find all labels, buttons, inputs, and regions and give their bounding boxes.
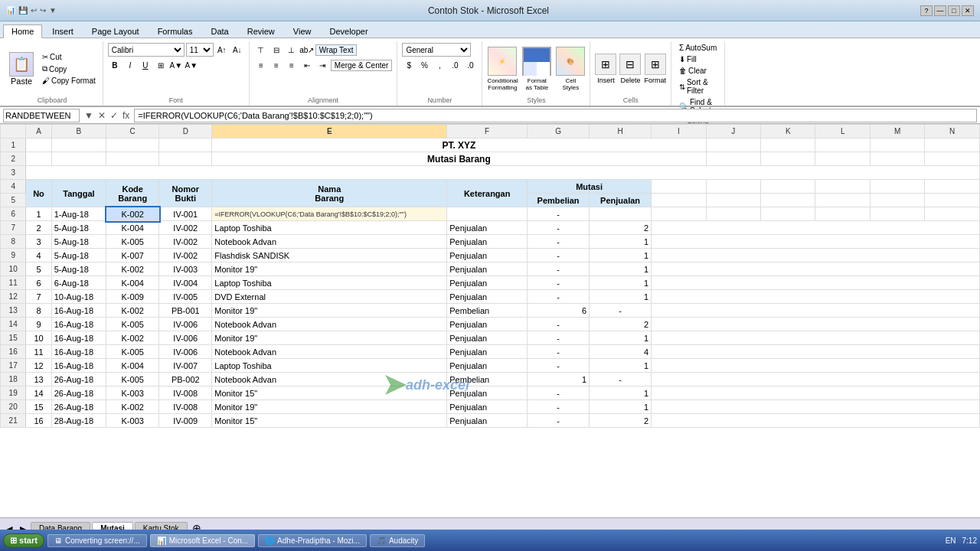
col-header-A[interactable]: A [26,125,51,139]
tab-home[interactable]: Home [3,24,42,38]
cell-D1[interactable] [159,139,212,152]
cell-F17[interactable]: Penjualan [447,359,528,373]
align-center-button[interactable]: ≡ [270,58,283,72]
cell-D18[interactable]: PB-002 [159,373,212,386]
cell-A18[interactable]: 13 [26,373,51,386]
cell-F11[interactable]: Penjualan [447,276,528,290]
cell-A21[interactable]: 16 [26,414,51,428]
cell-C8[interactable]: K-005 [106,235,159,249]
cell-H9[interactable]: 1 [590,249,652,262]
cell-H19[interactable]: 1 [590,386,652,400]
start-button[interactable]: ⊞ start [3,533,44,548]
cell-I14[interactable] [652,318,980,331]
cell-D4[interactable]: NomorBukti [159,180,212,207]
cell-A20[interactable]: 15 [26,400,51,414]
cell-L2[interactable] [815,152,870,166]
clear-button[interactable]: 🗑 Clear [676,66,720,76]
align-left-button[interactable]: ≡ [254,58,268,72]
cell-E2[interactable]: Mutasi Barang [212,152,706,166]
cell-A9[interactable]: 4 [26,249,51,262]
cell-L1[interactable] [815,139,870,152]
autosum-button[interactable]: Σ AutoSum [676,43,720,53]
increase-font-button[interactable]: A↑ [215,43,229,57]
col-header-F[interactable]: F [447,125,528,139]
cell-K5[interactable] [761,194,815,207]
cell-C11[interactable]: K-004 [106,276,159,290]
tab-developer[interactable]: Developer [321,24,376,37]
indent-more-button[interactable]: ⇥ [315,58,329,72]
cell-D10[interactable]: IV-003 [159,262,212,276]
help-icon[interactable]: ? [920,5,933,16]
cell-G18[interactable]: 1 [528,373,590,386]
cell-F19[interactable]: Penjualan [447,386,528,400]
cell-L4[interactable] [815,180,870,194]
row-num-4[interactable]: 4 [1,180,26,194]
cell-B13[interactable]: 16-Aug-18 [51,304,106,318]
decrease-decimal-button[interactable]: .0 [463,58,477,72]
cell-F10[interactable]: Penjualan [447,262,528,276]
cell-H21[interactable]: 2 [590,414,652,428]
cell-I20[interactable] [652,400,980,414]
cell-E12[interactable]: DVD External [212,290,447,304]
cell-B7[interactable]: 5-Aug-18 [51,221,106,235]
cell-K6[interactable] [761,207,815,221]
cell-G13[interactable]: 6 [528,304,590,318]
cell-E7[interactable]: Laptop Toshiba [212,221,447,235]
cell-B16[interactable]: 16-Aug-18 [51,345,106,359]
cell-I7[interactable] [652,221,980,235]
cut-button[interactable]: ✂ Cut [40,52,98,62]
cell-C13[interactable]: K-002 [106,304,159,318]
cell-E14[interactable]: Notebook Advan [212,318,447,331]
cell-F12[interactable]: Penjualan [447,290,528,304]
row-num-18[interactable]: 18 [1,373,26,386]
cell-G11[interactable]: - [528,276,590,290]
cell-H16[interactable]: 4 [590,345,652,359]
cell-G4[interactable]: Mutasi [528,180,652,194]
number-format-select[interactable]: General [402,43,471,57]
row-num-6[interactable]: 6 [1,207,26,221]
increase-decimal-button[interactable]: .0 [448,58,462,72]
align-right-button[interactable]: ≡ [285,58,299,72]
cell-G6[interactable]: - [528,207,590,221]
redo-icon[interactable]: ↪ [40,6,46,15]
cell-D11[interactable]: IV-004 [159,276,212,290]
cell-H12[interactable]: 1 [590,290,652,304]
row-num-10[interactable]: 10 [1,262,26,276]
cell-G9[interactable]: - [528,249,590,262]
minimize-btn[interactable]: — [934,5,946,16]
cell-A4[interactable]: No [26,180,51,207]
font-color-button[interactable]: A▼ [185,58,198,72]
align-top-button[interactable]: ⊤ [254,43,268,57]
col-header-M[interactable]: M [870,125,924,139]
cell-A14[interactable]: 9 [26,318,51,331]
cell-E11[interactable]: Laptop Toshiba [212,276,447,290]
comma-button[interactable]: , [433,58,446,72]
format-cells-button[interactable]: ⊞ Format [644,54,666,84]
cell-I19[interactable] [652,386,980,400]
currency-button[interactable]: $ [402,58,416,72]
row-num-5[interactable]: 5 [1,194,26,207]
font-name-select[interactable]: Calibri [108,43,185,57]
cell-L6[interactable] [815,207,870,221]
cell-A17[interactable]: 12 [26,359,51,373]
underline-button[interactable]: U [139,58,152,72]
cell-G16[interactable]: - [528,345,590,359]
paste-button[interactable]: 📋 Paste [6,51,37,87]
sort-filter-button[interactable]: ⇅ Sort &Filter [676,77,715,96]
cell-B8[interactable]: 5-Aug-18 [51,235,106,249]
decrease-font-button[interactable]: A↓ [230,43,244,57]
cell-E20[interactable]: Monitor 19" [212,400,447,414]
cell-G17[interactable]: - [528,359,590,373]
cell-C9[interactable]: K-007 [106,249,159,262]
save-icon[interactable]: 💾 [18,6,28,15]
row-num-16[interactable]: 16 [1,345,26,359]
cell-C6[interactable]: K-002 [106,207,159,221]
cell-D19[interactable]: IV-008 [159,386,212,400]
cell-F21[interactable]: Penjualan [447,414,528,428]
cell-E4[interactable]: NamaBarang [212,180,447,207]
cell-I18[interactable] [652,373,980,386]
row-num-13[interactable]: 13 [1,304,26,318]
cell-B1[interactable] [51,139,106,152]
cell-H17[interactable]: 1 [590,359,652,373]
col-header-E[interactable]: E [212,125,447,139]
